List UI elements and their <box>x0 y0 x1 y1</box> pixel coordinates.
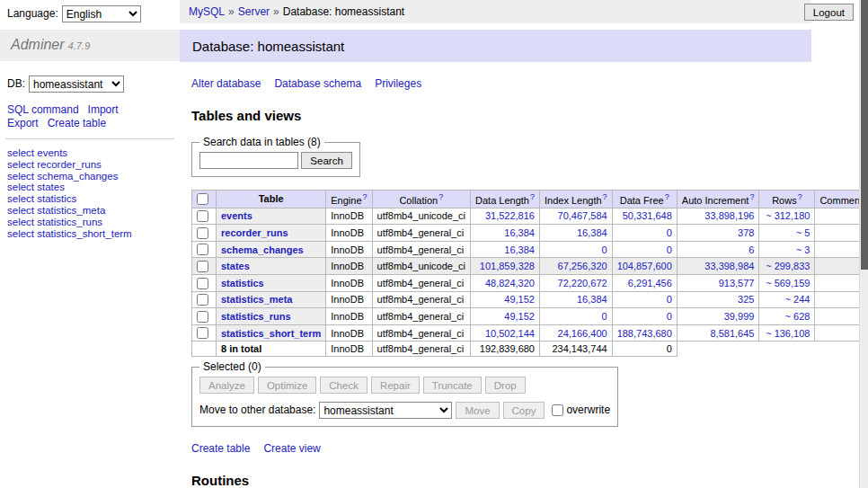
data-length-link[interactable]: 16,384 <box>504 244 535 255</box>
auto-increment-link[interactable]: 325 <box>738 294 754 305</box>
doc-help-link[interactable]: ? <box>530 192 535 201</box>
overwrite-checkbox[interactable] <box>552 404 563 416</box>
breadcrumb-server-link[interactable]: Server <box>238 5 270 18</box>
index-length-link[interactable]: 16,384 <box>577 227 607 238</box>
db-select[interactable]: homeassistant <box>29 75 124 93</box>
row-checkbox[interactable] <box>197 294 208 306</box>
sql-command-link[interactable]: SQL command <box>7 103 79 116</box>
overwrite-option[interactable]: overwrite <box>552 404 610 416</box>
doc-help-link[interactable]: ? <box>798 192 802 201</box>
sidebar-table-link[interactable]: select schema_changes <box>7 171 118 182</box>
data-length-link[interactable]: 49,152 <box>504 294 535 305</box>
doc-help-link[interactable]: ? <box>438 192 443 201</box>
search-input[interactable] <box>199 152 298 169</box>
truncate-button[interactable]: Truncate <box>423 377 482 394</box>
index-length-link[interactable]: 0 <box>602 311 607 322</box>
breadcrumb-mysql-link[interactable]: MySQL <box>189 5 225 18</box>
auto-increment-link[interactable]: 33,898,196 <box>704 210 754 221</box>
row-checkbox[interactable] <box>197 327 208 339</box>
table-name-link[interactable]: statistics <box>221 278 264 288</box>
optimize-button[interactable]: Optimize <box>258 377 316 394</box>
rows-count-link[interactable]: ~ 312,180 <box>766 210 810 221</box>
data-free-link[interactable]: 0 <box>667 294 672 305</box>
auto-increment-link[interactable]: 6 <box>748 244 754 255</box>
data-free-link[interactable]: 6,291,456 <box>628 278 672 288</box>
rows-count-link[interactable]: ~ 136,108 <box>766 328 810 339</box>
sidebar-table-link[interactable]: select statistics <box>7 193 76 204</box>
table-name-link[interactable]: statistics_short_term <box>221 328 321 339</box>
doc-help-link[interactable]: ? <box>603 192 607 201</box>
repair-button[interactable]: Repair <box>371 377 420 394</box>
search-button[interactable]: Search <box>301 152 351 169</box>
sidebar-table-link[interactable]: select events <box>7 147 67 158</box>
export-link[interactable]: Export <box>7 117 39 129</box>
sidebar-table-link[interactable]: select statistics_short_term <box>7 228 132 239</box>
auto-increment-link[interactable]: 8,581,645 <box>710 328 754 339</box>
data-free-link[interactable]: 104,857,600 <box>617 261 672 271</box>
create-view-link[interactable]: Create view <box>263 442 320 455</box>
rows-count-link[interactable]: ~ 3 <box>796 244 810 255</box>
row-checkbox[interactable] <box>197 278 208 289</box>
data-length-link[interactable]: 10,502,144 <box>485 328 535 339</box>
rows-count-link[interactable]: ~ 5 <box>796 227 810 238</box>
data-length-link[interactable]: 101,859,328 <box>480 261 535 271</box>
table-name-link[interactable]: schema_changes <box>221 244 304 255</box>
rows-count-link[interactable]: ~ 299,833 <box>766 261 810 271</box>
copy-button[interactable]: Copy <box>503 402 545 419</box>
auto-increment-link[interactable]: 39,999 <box>724 311 755 322</box>
index-length-link[interactable]: 72,220,672 <box>558 278 607 288</box>
index-length-link[interactable]: 16,384 <box>577 294 607 305</box>
row-checkbox[interactable] <box>197 244 208 255</box>
scrollbar-thumb[interactable] <box>861 0 868 270</box>
row-checkbox[interactable] <box>197 210 208 222</box>
doc-help-link[interactable]: ? <box>749 192 754 201</box>
privileges-link[interactable]: Privileges <box>375 77 421 90</box>
database-schema-link[interactable]: Database schema <box>274 77 361 90</box>
create-table-link[interactable]: Create table <box>48 117 106 129</box>
auto-increment-link[interactable]: 33,398,984 <box>704 261 754 271</box>
check-button[interactable]: Check <box>320 377 368 394</box>
auto-increment-link[interactable]: 378 <box>738 227 754 238</box>
data-free-link[interactable]: 0 <box>667 227 672 238</box>
doc-help-link[interactable]: ? <box>363 192 368 201</box>
table-name-link[interactable]: statistics_runs <box>221 311 291 322</box>
vertical-scrollbar[interactable] <box>859 0 868 488</box>
sidebar-table-link[interactable]: select recorder_runs <box>7 159 102 170</box>
language-select[interactable]: English <box>62 5 141 22</box>
data-free-link[interactable]: 188,743,680 <box>617 328 672 339</box>
row-checkbox[interactable] <box>197 227 208 239</box>
data-free-link[interactable]: 0 <box>667 244 672 255</box>
table-name-link[interactable]: statistics_meta <box>221 294 293 305</box>
sidebar-table-link[interactable]: select statistics_runs <box>7 217 102 227</box>
index-length-link[interactable]: 67,256,320 <box>558 261 607 271</box>
data-free-link[interactable]: 50,331,648 <box>623 210 672 221</box>
rows-count-link[interactable]: ~ 244 <box>785 294 810 305</box>
table-name-link[interactable]: states <box>221 261 250 271</box>
doc-help-link[interactable]: ? <box>665 192 669 201</box>
index-length-link[interactable]: 24,166,400 <box>558 328 607 339</box>
rows-count-link[interactable]: ~ 628 <box>785 311 810 322</box>
auto-increment-link[interactable]: 913,577 <box>719 278 755 288</box>
rows-count-link[interactable]: ~ 569,159 <box>766 278 810 288</box>
row-checkbox[interactable] <box>197 261 208 272</box>
select-all-checkbox[interactable] <box>197 193 208 205</box>
logout-button[interactable]: Logout <box>804 4 854 21</box>
move-db-select[interactable]: homeassistant <box>319 402 452 419</box>
drop-button[interactable]: Drop <box>485 377 526 394</box>
data-free-link[interactable]: 0 <box>667 311 672 322</box>
table-name-link[interactable]: recorder_runs <box>221 227 288 238</box>
import-link[interactable]: Import <box>88 103 119 116</box>
index-length-link[interactable]: 70,467,584 <box>558 210 607 221</box>
move-button[interactable]: Move <box>456 402 499 419</box>
alter-database-link[interactable]: Alter database <box>191 77 261 90</box>
sidebar-table-link[interactable]: select states <box>7 182 65 192</box>
data-length-link[interactable]: 16,384 <box>504 227 535 238</box>
data-length-link[interactable]: 48,824,320 <box>485 278 535 288</box>
create-table-link-bottom[interactable]: Create table <box>191 442 250 455</box>
row-checkbox[interactable] <box>197 311 208 323</box>
table-name-link[interactable]: events <box>221 210 252 221</box>
data-length-link[interactable]: 49,152 <box>504 311 535 322</box>
index-length-link[interactable]: 0 <box>602 244 607 255</box>
data-length-link[interactable]: 31,522,816 <box>485 210 535 221</box>
analyze-button[interactable]: Analyze <box>199 377 254 394</box>
